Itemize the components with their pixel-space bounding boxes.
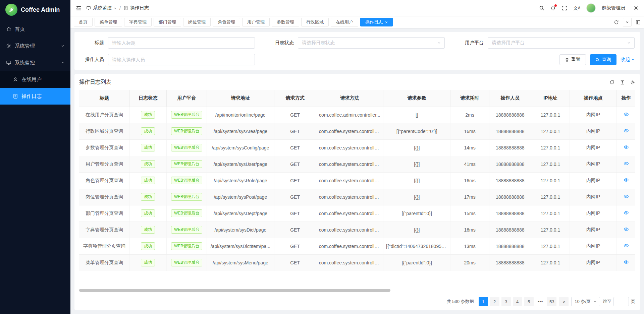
page-size-select[interactable]: 10 条/页 [571,297,600,306]
operator-label: 操作人员 [80,57,104,63]
coffee-logo-icon [5,4,17,16]
tab-行政区域[interactable]: 行政区域 [301,18,329,26]
cell-request-method: GET [274,189,316,205]
chevron-up-icon [61,61,64,64]
next-page-button[interactable]: > [559,297,569,306]
view-detail-icon[interactable] [624,161,629,166]
cell-request-method: GET [274,254,316,271]
tab-首页[interactable]: 首页 [74,18,93,26]
cell-ip: 127.0.0.1 [531,222,570,238]
menu-fold-icon[interactable] [76,5,82,11]
cell-location: 内网IP [570,254,617,271]
sidebar-item-online-users[interactable]: 在线用户 [0,71,70,88]
cell-params: [{"dictId":140647326180950... [383,238,450,254]
view-detail-icon[interactable] [624,227,629,232]
horizontal-scrollbar[interactable] [79,289,390,292]
page-button-3[interactable]: 3 [501,297,511,306]
status-select[interactable]: 请选择日志状态 [298,37,445,49]
jump-page-input[interactable] [613,297,629,306]
cell-handler: com.coffee.system.controlle... [316,238,383,254]
cell-handler: com.coffee.system.controlle... [316,139,383,156]
cell-platform: WEB管理后台 [166,139,207,156]
cell-actions [617,156,635,172]
cell-ip: 127.0.0.1 [531,123,570,139]
tab-用户管理[interactable]: 用户管理 [242,18,270,26]
page-button-2[interactable]: 2 [490,297,499,306]
view-detail-icon[interactable] [624,210,629,215]
column-height-icon[interactable] [620,80,625,85]
cell-duration: 17ms [450,189,489,205]
table-row: 角色管理分页查询成功WEB管理后台/api/system/sysRole/pag… [79,172,635,189]
page-button-53[interactable]: 53 [547,297,556,306]
cell-request-method: GET [274,139,316,156]
app-logo[interactable]: Coffee Admin [0,0,70,19]
cell-request-url: /api/system/sysConfig/page [207,139,274,156]
username[interactable]: 超级管理员 [602,5,625,11]
cell-title: 部门管理分页查询 [79,205,129,222]
pagination-bar: 共 530 条数据 12345•••53 > 10 条/页 跳至 页 [79,293,635,310]
expand-content-icon[interactable] [636,20,641,25]
operator-input[interactable] [112,57,251,62]
cell-platform: WEB管理后台 [166,254,207,271]
gear-icon[interactable] [633,5,639,11]
title-input[interactable] [112,40,251,46]
cell-actions [617,222,635,238]
cell-duration: 41ms [450,156,489,172]
status-badge: 成功 [141,111,155,119]
reset-button[interactable]: 重置 [559,54,586,65]
view-detail-icon[interactable] [624,259,629,265]
cell-request-url: /api/system/sysArea/page [207,123,274,139]
page-button-5[interactable]: 5 [524,297,534,306]
breadcrumb: 系统监控 / 操作日志 [86,5,149,11]
operator-input-wrap [108,54,255,65]
sidebar-item-system-monitor[interactable]: 系统监控 [0,54,70,71]
cell-platform: WEB管理后台 [166,172,207,189]
tab-部门管理[interactable]: 部门管理 [154,18,181,26]
tab-岗位管理[interactable]: 岗位管理 [183,18,211,26]
cell-request-method: GET [274,107,316,123]
tab-在线用户[interactable]: 在线用户 [331,18,358,26]
tab-角色管理[interactable]: 角色管理 [213,18,240,26]
tab-字典管理[interactable]: 字典管理 [124,18,152,26]
column-settings-icon[interactable] [630,80,635,85]
collapse-filter-link[interactable]: 收起 [621,57,635,63]
translate-icon[interactable]: 文A [573,6,580,10]
search-icon[interactable] [539,5,544,11]
breadcrumb-parent[interactable]: 系统监控 [86,5,117,11]
cell-operator: 18888888888 [489,139,531,156]
cell-request-url: /api/system/sysDept/page [207,205,274,222]
cell-location: 内网IP [570,222,617,238]
view-detail-icon[interactable] [624,194,629,199]
fullscreen-icon[interactable] [562,5,567,11]
tab-参数管理[interactable]: 参数管理 [272,18,299,26]
tab-菜单管理[interactable]: 菜单管理 [95,18,122,26]
tab-options-dropdown[interactable] [623,18,632,26]
status-badge: 成功 [141,177,155,184]
column-header: 请求地址 [207,90,274,107]
view-detail-icon[interactable] [624,112,629,117]
platform-select[interactable]: 请选择用户平台 [488,37,635,49]
cell-params: [{}] [383,139,450,156]
page-button-4[interactable]: 4 [513,297,522,306]
view-detail-icon[interactable] [624,128,629,133]
avatar[interactable] [586,3,596,13]
search-button[interactable]: 查询 [590,54,616,65]
bell-icon[interactable] [550,5,556,11]
page-button-1[interactable]: 1 [479,297,488,306]
tab-label: 在线用户 [336,19,353,25]
sidebar-submenu: 在线用户 操作日志 [0,71,70,105]
view-detail-icon[interactable] [624,177,629,183]
view-detail-icon[interactable] [624,243,629,248]
cell-handler: com.coffee.system.controlle... [316,156,383,172]
tab-close-icon[interactable]: × [385,20,388,24]
sidebar-item-home[interactable]: 首页 [0,21,70,38]
cell-params: [{}] [383,189,450,205]
refresh-icon[interactable] [609,80,614,85]
refresh-icon[interactable] [614,20,619,25]
view-detail-icon[interactable] [624,144,629,150]
sidebar-item-operation-log[interactable]: 操作日志 [0,88,70,105]
tab-操作日志[interactable]: 操作日志× [360,18,393,26]
cell-handler: com.coffee.system.controlle... [316,172,383,189]
column-header: 请求参数 [383,90,450,107]
sidebar-item-system-mgmt[interactable]: 系统管理 [0,38,70,54]
